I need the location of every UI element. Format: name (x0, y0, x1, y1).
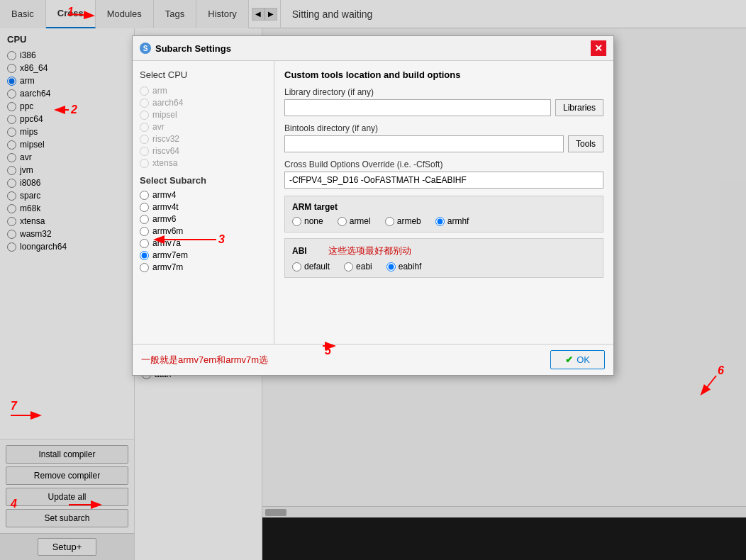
modal-body: Select CPU armaarch64mipselavrriscv32ris… (133, 61, 613, 344)
abi-section: ABI 这些选项最好都别动 defaulteabieabihf (284, 238, 603, 278)
arm-target-row: nonearmelarmebarmhf (292, 216, 596, 226)
ok-check-icon: ✔ (565, 354, 573, 365)
modal-cpu-xtensa: xtensa (140, 158, 267, 168)
modal-right-panel: Custom tools location and build options … (274, 61, 613, 344)
arm-target-title: ARM target (292, 202, 596, 212)
modal-cpu-riscv64: riscv64 (140, 146, 267, 156)
tools-button[interactable]: Tools (568, 135, 603, 152)
modal-titlebar: S Subarch Settings ✕ (133, 36, 613, 61)
main-window: Basic Cross Modules Tags History ◀ ▶ Sit… (0, 0, 746, 560)
modal-subarch-armv4t[interactable]: armv4t (140, 202, 267, 212)
modal-cpu-mipsel: mipsel (140, 110, 267, 120)
modal-cpu-aarch64: aarch64 (140, 98, 267, 108)
arm-target-armel[interactable]: armel (338, 216, 371, 226)
abi-option-default[interactable]: default (292, 262, 330, 271)
modal-title-left: S Subarch Settings (140, 43, 231, 54)
ok-button[interactable]: ✔ OK (550, 350, 605, 369)
abi-row: defaulteabieabihf (292, 262, 596, 271)
footer-note: 一般就是armv7em和armv7m选 (141, 354, 268, 366)
override-input[interactable] (284, 172, 603, 189)
arm-target-armeb[interactable]: armeb (385, 216, 421, 226)
select-subarch-label: Select Subarch (140, 175, 267, 186)
bintools-dir-row: Tools (284, 135, 603, 152)
override-label: Cross Build Options Override (i.e. -CfSo… (284, 159, 603, 169)
bintools-dir-input[interactable] (284, 135, 564, 152)
modal-subarch-armv6[interactable]: armv6 (140, 214, 267, 224)
modal-subarch-armv7em[interactable]: armv7em (140, 250, 267, 260)
modal-title-text: Subarch Settings (155, 43, 231, 54)
abi-label: ABI (292, 246, 307, 256)
modal-left-panel: Select CPU armaarch64mipselavrriscv32ris… (133, 61, 274, 344)
modal-subarch-armv7m[interactable]: armv7m (140, 262, 267, 272)
bintools-dir-label: Bintools directory (if any) (284, 123, 603, 133)
modal-subarch-armv4[interactable]: armv4 (140, 190, 267, 200)
modal-cpu-avr: avr (140, 122, 267, 132)
modal-cpu-riscv32: riscv32 (140, 134, 267, 144)
arm-target-none[interactable]: none (292, 216, 323, 226)
modal-overlay: S Subarch Settings ✕ Select CPU armaarch… (0, 0, 746, 560)
modal-subarch-armv7a[interactable]: armv7a (140, 238, 267, 248)
modal-cpu-list: armaarch64mipselavrriscv32riscv64xtensa (140, 86, 267, 168)
modal-icon: S (140, 43, 151, 54)
library-dir-row: Libraries (284, 99, 603, 116)
library-dir-label: Library directory (if any) (284, 87, 603, 97)
libraries-button[interactable]: Libraries (555, 99, 603, 116)
custom-tools-title: Custom tools location and build options (284, 69, 603, 80)
modal-subarch-armv6m[interactable]: armv6m (140, 226, 267, 236)
ok-label: OK (577, 354, 590, 365)
modal-close-button[interactable]: ✕ (591, 40, 606, 56)
modal-footer: 一般就是armv7em和armv7m选 ✔ OK (133, 344, 613, 375)
select-cpu-label: Select CPU (140, 69, 267, 80)
arm-target-armhf[interactable]: armhf (435, 216, 469, 226)
abi-option-eabi[interactable]: eabi (344, 262, 372, 271)
abi-option-eabihf[interactable]: eabihf (386, 262, 422, 271)
library-dir-input[interactable] (284, 99, 551, 116)
modal-subarch-list: armv4armv4tarmv6armv6marmv7aarmv7emarmv7… (140, 190, 267, 272)
arm-target-section: ARM target nonearmelarmebarmhf (284, 196, 603, 233)
abi-note: 这些选项最好都别动 (328, 245, 411, 257)
subarch-settings-modal: S Subarch Settings ✕ Select CPU armaarch… (132, 35, 614, 376)
modal-cpu-arm: arm (140, 86, 267, 96)
